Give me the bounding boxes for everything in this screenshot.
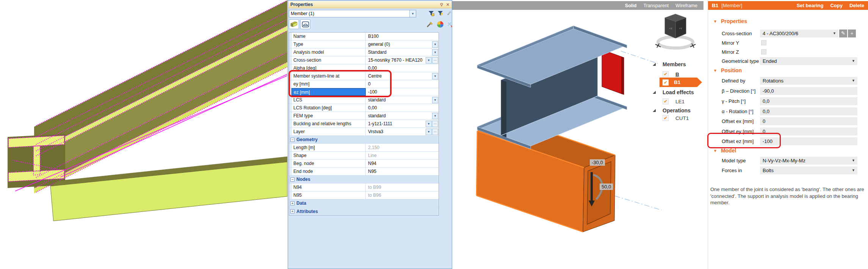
collapse-icon[interactable]: − <box>290 138 295 142</box>
close-icon[interactable]: ✕ <box>446 3 450 7</box>
idea-3d-viewport[interactable]: +X +Y Solid Transparent Wireframe Member… <box>452 0 703 269</box>
model-type-select[interactable]: N-Vy-Vz-Mx-My-Mz▼ <box>760 157 857 165</box>
browse-button[interactable]: ... <box>432 121 438 127</box>
section-nodes[interactable]: −Nodes <box>289 176 439 183</box>
geometrical-type-select[interactable]: Ended▼ <box>760 57 857 65</box>
dropdown-arrow-icon[interactable]: ▾ <box>426 57 432 64</box>
dropdown-arrow-icon[interactable]: ▾ <box>432 49 438 56</box>
navigation-cube[interactable]: +X +Y <box>655 14 696 48</box>
set-bearing-button[interactable]: Set bearing <box>797 3 824 8</box>
visibility-checkbox[interactable]: ✔ <box>663 79 669 86</box>
mode-wireframe[interactable]: Wireframe <box>675 3 697 8</box>
row-member-system-line[interactable]: Member system-line atCentre▾ <box>289 72 439 80</box>
color-palette-icon[interactable] <box>437 21 444 28</box>
row-cross-section[interactable]: Cross-section15-nosniky 7670 - HEA120▾..… <box>289 56 439 64</box>
dropdown-arrow-icon[interactable]: ▾ <box>426 121 432 127</box>
gamma-input[interactable]: 0,0 <box>760 97 857 105</box>
row-layer[interactable]: LayerVrstva3▾... <box>289 128 439 136</box>
row-model-type: Model type N-Vy-Vz-Mx-My-Mz▼ <box>708 155 868 165</box>
section-position[interactable]: ▼ Position <box>708 66 868 75</box>
bearing-note-text: One member of the joint is considered as… <box>710 186 864 206</box>
collapse-triangle-icon[interactable] <box>653 63 656 66</box>
member-type-button[interactable] <box>289 19 299 29</box>
row-fem-type[interactable]: FEM typestandard▾ <box>289 112 439 120</box>
mode-solid[interactable]: Solid <box>625 3 637 8</box>
row-name[interactable]: NameB100 <box>289 33 439 40</box>
member-header-bar: B1 [Member] Set bearing Copy Delete <box>708 1 868 10</box>
section-collapse-icon[interactable]: ▼ <box>713 19 717 23</box>
forces-in-select[interactable]: Bolts▼ <box>760 166 857 174</box>
selection-type-value: Member (1) <box>289 11 409 16</box>
row-beg-node[interactable]: Beg. nodeN94 <box>289 160 439 168</box>
row-end-node[interactable]: End nodeN95 <box>289 168 439 176</box>
combobox-dropdown-icon[interactable]: ▾ <box>409 10 416 17</box>
selection-type-combobox[interactable]: Member (1) ▾ <box>289 10 416 17</box>
section-data[interactable]: +Data <box>289 199 439 207</box>
row-type[interactable]: Typegeneral (0)▾ <box>289 40 439 48</box>
row-analysis-model[interactable]: Analysis modelStandard▾ <box>289 48 439 56</box>
brush-icon[interactable] <box>426 21 434 28</box>
collapse-triangle-icon[interactable] <box>653 109 656 112</box>
panel-titlebar[interactable]: Properties ⚲ ✕ <box>288 1 451 8</box>
add-cross-section-button[interactable]: ＋ <box>848 30 856 37</box>
dropdown-arrow-icon[interactable]: ▾ <box>432 113 438 119</box>
mirror-y-checkbox[interactable] <box>761 40 766 45</box>
mirror-z-checkbox[interactable] <box>761 49 766 54</box>
row-ez-selected[interactable]: ez [mm]-100 <box>289 88 439 96</box>
section-attributes[interactable]: +Attributes <box>289 207 439 215</box>
section-model[interactable]: ▼ Model <box>708 146 868 155</box>
expand-icon[interactable]: + <box>290 201 295 205</box>
panel-splitter[interactable] <box>703 0 708 269</box>
section-collapse-icon[interactable]: ▼ <box>713 149 717 153</box>
edit-pencil-icon[interactable] <box>447 11 452 16</box>
offset-ey-input[interactable]: 0 <box>760 128 857 135</box>
dropdown-arrow-icon[interactable]: ▾ <box>432 73 438 79</box>
row-ey[interactable]: ey [mm]0 <box>289 80 439 88</box>
pin-icon[interactable]: ⚲ <box>440 3 443 7</box>
tree-group-operations[interactable]: Operations <box>653 106 691 115</box>
browse-button[interactable]: ... <box>432 129 438 135</box>
visibility-checkbox[interactable]: ✔ <box>663 71 669 77</box>
row-alpha[interactable]: Alpha [deg]0,00 <box>289 64 439 72</box>
defined-by-select[interactable]: Rotations▼ <box>760 77 857 85</box>
visibility-checkbox[interactable]: ✔ <box>663 115 669 121</box>
dropdown-arrow-icon[interactable]: ▾ <box>432 41 438 48</box>
tree-item-cut1[interactable]: ✔ CUT1 <box>663 114 689 122</box>
section-geometry[interactable]: −Geometry <box>289 136 439 144</box>
section-properties[interactable]: ▼ Properties <box>708 17 868 26</box>
collapse-icon[interactable]: − <box>290 177 295 182</box>
cross-section-select[interactable]: 4 - AC300/200/6▼ <box>760 30 838 37</box>
beta-input[interactable]: -90,0 <box>760 87 857 95</box>
quick-filter-icon[interactable] <box>437 11 444 17</box>
visibility-checkbox[interactable]: ✔ <box>663 98 669 104</box>
tree-item-le1[interactable]: ✔ LE1 <box>663 97 685 106</box>
dropdown-arrow-icon[interactable]: ▾ <box>432 97 438 103</box>
tree-group-members[interactable]: Members <box>653 60 686 68</box>
tree-item-b[interactable]: ✔ B <box>663 70 679 78</box>
dropdown-arrow-icon: ▼ <box>852 157 855 165</box>
scia-3d-viewport[interactable] <box>0 0 287 269</box>
alpha-input[interactable]: 0,0 <box>760 107 857 115</box>
expand-icon[interactable]: + <box>290 209 295 213</box>
selected-field-label[interactable]: ez [mm] <box>291 88 366 96</box>
cross-section-button[interactable] <box>300 19 310 29</box>
browse-button[interactable]: ... <box>432 57 438 64</box>
tree-item-b1-selected[interactable]: ✔ B1 <box>660 78 702 87</box>
offset-ex-input[interactable]: 0 <box>760 117 857 125</box>
tree-group-load-effects[interactable]: Load effects <box>653 88 694 96</box>
delete-button[interactable]: Delete <box>849 3 864 8</box>
edit-cross-section-button[interactable]: ✎ <box>839 30 847 37</box>
row-lcs[interactable]: LCSstandard▾ <box>289 96 439 104</box>
dropdown-arrow-icon[interactable]: ▾ <box>426 129 432 135</box>
row-lcs-rotation[interactable]: LCS Rotation [deg]0,00 <box>289 104 439 112</box>
dropdown-arrow-icon: ▼ <box>852 57 855 65</box>
offset-ez-input[interactable]: -100 <box>760 137 857 145</box>
connected-ibeam-member[interactable] <box>477 26 627 149</box>
copy-button[interactable]: Copy <box>830 3 843 8</box>
red-end-plate[interactable] <box>602 50 624 95</box>
row-buckling[interactable]: Buckling and relative lengths1-y1z1-1111… <box>289 120 439 128</box>
collapse-triangle-icon[interactable] <box>653 91 656 94</box>
section-collapse-icon[interactable]: ▼ <box>713 68 717 73</box>
mode-transparent[interactable]: Transparent <box>643 3 669 8</box>
filter-icon[interactable] <box>428 11 435 17</box>
